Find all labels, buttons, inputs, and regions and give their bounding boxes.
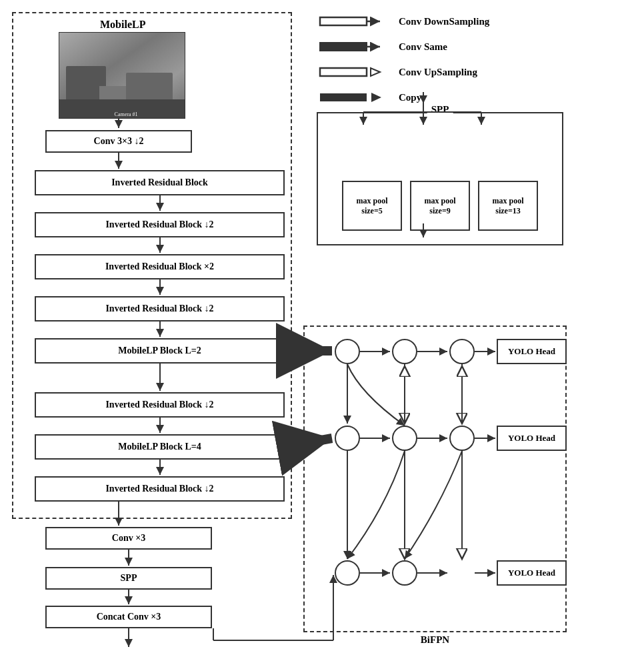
spp-pool-5: max pool size=5 <box>342 181 402 231</box>
concat-conv-block: Concat Conv ×3 <box>45 606 212 628</box>
camera-image: Camera #1 <box>59 32 185 119</box>
conv3x3-block: Conv 3×3 ↓2 <box>45 130 192 153</box>
svg-rect-7 <box>320 17 367 25</box>
bifpn-circle-r2c1 <box>392 560 417 586</box>
bifpn-dashed-box: BiFPN <box>303 325 567 632</box>
bifpn-circle-r1c2 <box>449 426 475 451</box>
conv-x3-block: Conv ×3 <box>45 527 212 550</box>
yolo-head-1: YOLO Head <box>497 339 567 364</box>
yolo-head-2: YOLO Head <box>497 426 567 451</box>
bifpn-circle-r0c0 <box>335 339 360 364</box>
legend-conv-down-icon <box>319 12 385 31</box>
irb6-block: Inverted Residual Block ↓2 <box>35 476 285 502</box>
legend-conv-same-label: Conv Same <box>399 41 447 53</box>
legend-conv-same: Conv Same <box>319 37 572 56</box>
legend-conv-up-label: Conv UpSampling <box>399 67 477 78</box>
spp-title: SPP <box>427 104 453 115</box>
irb2-block: Inverted Residual Block ↓2 <box>35 212 285 237</box>
svg-rect-11 <box>320 68 367 76</box>
main-container: MobileLP Ca <box>0 0 644 667</box>
bifpn-circle-r1c1 <box>392 426 417 451</box>
spp-outer-box: SPP max pool size=5 max pool size=9 max … <box>317 112 563 245</box>
bifpn-label: BiFPN <box>421 634 449 646</box>
legend-conv-same-icon <box>319 37 385 56</box>
svg-marker-12 <box>371 68 380 76</box>
irb1-block: Inverted Residual Block <box>35 170 285 195</box>
svg-rect-9 <box>320 43 367 51</box>
svg-marker-14 <box>371 93 381 102</box>
camera-svg: Camera #1 <box>59 33 185 119</box>
camera-image-inner: Camera #1 <box>59 33 185 118</box>
irb5-block: Inverted Residual Block ↓2 <box>35 392 285 418</box>
bifpn-circle-r1c0 <box>335 426 360 451</box>
svg-rect-13 <box>320 93 367 101</box>
bifpn-circle-r0c2 <box>449 339 475 364</box>
legend-conv-up: Conv UpSampling <box>319 63 572 81</box>
mobilelp-title: MobileLP <box>100 19 145 31</box>
yolo-head-3: YOLO Head <box>497 560 567 586</box>
irb3-block: Inverted Residual Block ×2 <box>35 254 285 279</box>
spp-block: SPP <box>45 567 212 590</box>
bifpn-circle-r0c1 <box>392 339 417 364</box>
svg-text:Camera #1: Camera #1 <box>115 111 138 117</box>
spp-pool-9: max pool size=9 <box>410 181 470 231</box>
mlp1-block: MobileLP Block L=2 <box>35 338 285 364</box>
bifpn-circle-r2c0 <box>335 560 360 586</box>
legend-conv-down-label: Conv DownSampling <box>399 16 489 27</box>
legend: Conv DownSampling Conv Same <box>319 12 572 113</box>
legend-copy-icon <box>319 88 385 107</box>
spp-pools: max pool size=5 max pool size=9 max pool… <box>318 113 562 244</box>
legend-conv-down: Conv DownSampling <box>319 12 572 31</box>
legend-conv-up-icon <box>319 63 385 81</box>
legend-copy-label: Copy <box>399 92 421 103</box>
spp-pool-13: max pool size=13 <box>478 181 538 231</box>
irb4-block: Inverted Residual Block ↓2 <box>35 296 285 321</box>
mlp2-block: MobileLP Block L=4 <box>35 434 285 460</box>
